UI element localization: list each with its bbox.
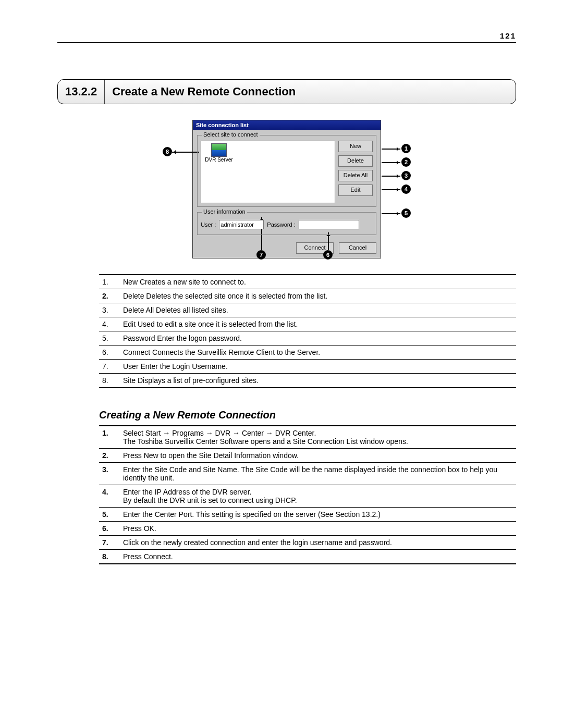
- legend-num: 5.: [99, 331, 120, 346]
- step-num: 7.: [99, 536, 120, 550]
- step-row: 8.Press Connect.: [99, 550, 516, 564]
- steps-table: 1.Select Start → Programs → DVR → Center…: [99, 425, 516, 564]
- step-num: 6.: [99, 522, 120, 536]
- legend-num: 8.: [99, 374, 120, 388]
- step-row: 2.Press New to open the Site Detail Info…: [99, 449, 516, 463]
- callout-5: 5: [401, 208, 411, 218]
- group-label: Select site to connect: [202, 131, 260, 138]
- password-input[interactable]: [299, 220, 359, 229]
- step-text: Enter the Center Port. This setting is s…: [120, 508, 516, 522]
- arrow: [382, 149, 400, 150]
- step-num: 4.: [99, 485, 120, 508]
- page-number: 121: [57, 31, 516, 40]
- select-site-group: Select site to connect DVR Server New De…: [197, 135, 376, 207]
- step-text: Press New to open the Site Detail Inform…: [120, 449, 516, 463]
- legend-text: Site Displays a list of pre-configured s…: [120, 374, 516, 388]
- legend-text: User Enter the Login Username.: [120, 360, 516, 374]
- section-number: 13.2.2: [58, 80, 105, 104]
- step-num: 5.: [99, 508, 120, 522]
- user-info-group: User information User : Password :: [197, 212, 376, 235]
- callout-7: 7: [256, 250, 266, 260]
- delete-all-button[interactable]: Delete All: [338, 170, 373, 181]
- legend-num: 1.: [99, 275, 120, 289]
- legend-text: Connect Connects the Surveillix Remote C…: [120, 346, 516, 360]
- password-label: Password :: [267, 221, 295, 228]
- new-button[interactable]: New: [338, 141, 373, 152]
- group-label: User information: [202, 208, 247, 215]
- step-row: 5.Enter the Center Port. This setting is…: [99, 508, 516, 522]
- step-row: 6.Press OK.: [99, 522, 516, 536]
- site-list-item[interactable]: DVR Server: [203, 143, 235, 163]
- step-row: 7.Click on the newly created connection …: [99, 536, 516, 550]
- dialog-titlebar: Site connection list: [193, 120, 381, 130]
- legend-num: 6.: [99, 346, 120, 360]
- arrow: [382, 176, 400, 177]
- legend-num: 2.: [99, 289, 120, 303]
- step-text: Click on the newly created connection an…: [120, 536, 516, 550]
- step-num: 2.: [99, 449, 120, 463]
- legend-row: 8.Site Displays a list of pre-configured…: [99, 374, 516, 388]
- legend-table: 1.New Creates a new site to connect to.2…: [99, 274, 516, 388]
- legend-row: 2.Delete Deletes the selected site once …: [99, 289, 516, 303]
- site-connection-dialog: Site connection list Select site to conn…: [192, 120, 381, 258]
- subheading: Creating a New Remote Connection: [99, 409, 516, 421]
- callout-4: 4: [401, 184, 411, 194]
- arrow: [172, 152, 199, 153]
- legend-text: New Creates a new site to connect to.: [120, 275, 516, 289]
- server-icon: [211, 143, 227, 157]
- step-num: 1.: [99, 426, 120, 449]
- legend-text: Delete Deletes the selected site once it…: [120, 289, 516, 303]
- site-list[interactable]: DVR Server: [201, 141, 335, 203]
- callout-1: 1: [401, 144, 411, 153]
- callout-6: 6: [323, 250, 333, 260]
- arrow: [382, 162, 400, 163]
- step-row: 4.Enter the IP Address of the DVR server…: [99, 485, 516, 508]
- callout-2: 2: [401, 157, 411, 167]
- legend-text: Delete All Deletes all listed sites.: [120, 303, 516, 317]
- arrow: [382, 213, 400, 214]
- legend-num: 3.: [99, 303, 120, 317]
- arrow: [382, 189, 400, 190]
- legend-row: 6.Connect Connects the Surveillix Remote…: [99, 346, 516, 360]
- arrow: [328, 232, 329, 250]
- step-text: Select Start → Programs → DVR → Center →…: [120, 426, 516, 449]
- step-text: Press OK.: [120, 522, 516, 536]
- step-num: 3.: [99, 463, 120, 485]
- legend-num: 7.: [99, 360, 120, 374]
- legend-text: Edit Used to edit a site once it is sele…: [120, 317, 516, 331]
- legend-row: 4.Edit Used to edit a site once it is se…: [99, 317, 516, 331]
- step-text: Press Connect.: [120, 550, 516, 564]
- section-title: Create a New Remote Connection: [105, 80, 303, 104]
- step-text: Enter the IP Address of the DVR server. …: [120, 485, 516, 508]
- user-label: User :: [201, 221, 216, 228]
- callout-8: 8: [163, 147, 172, 156]
- step-row: 1.Select Start → Programs → DVR → Center…: [99, 426, 516, 449]
- step-num: 8.: [99, 550, 120, 564]
- legend-num: 4.: [99, 317, 120, 331]
- delete-button[interactable]: Delete: [338, 155, 373, 167]
- user-input[interactable]: [219, 220, 264, 229]
- legend-row: 5.Password Enter the logon password.: [99, 331, 516, 346]
- edit-button[interactable]: Edit: [338, 184, 373, 196]
- step-row: 3.Enter the Site Code and Site Name. The…: [99, 463, 516, 485]
- legend-row: 1.New Creates a new site to connect to.: [99, 275, 516, 289]
- header-rule: [57, 42, 516, 43]
- legend-row: 7.User Enter the Login Username.: [99, 360, 516, 374]
- legend-text: Password Enter the logon password.: [120, 331, 516, 346]
- step-text: Enter the Site Code and Site Name. The S…: [120, 463, 516, 485]
- cancel-button[interactable]: Cancel: [339, 242, 376, 254]
- callout-3: 3: [401, 171, 411, 180]
- legend-row: 3.Delete All Deletes all listed sites.: [99, 303, 516, 317]
- dialog-figure: 1 2 3 4 5 8 6 7 Site connection list Sel…: [156, 120, 417, 258]
- section-header: 13.2.2 Create a New Remote Connection: [57, 79, 516, 104]
- site-item-label: DVR Server: [205, 157, 232, 163]
